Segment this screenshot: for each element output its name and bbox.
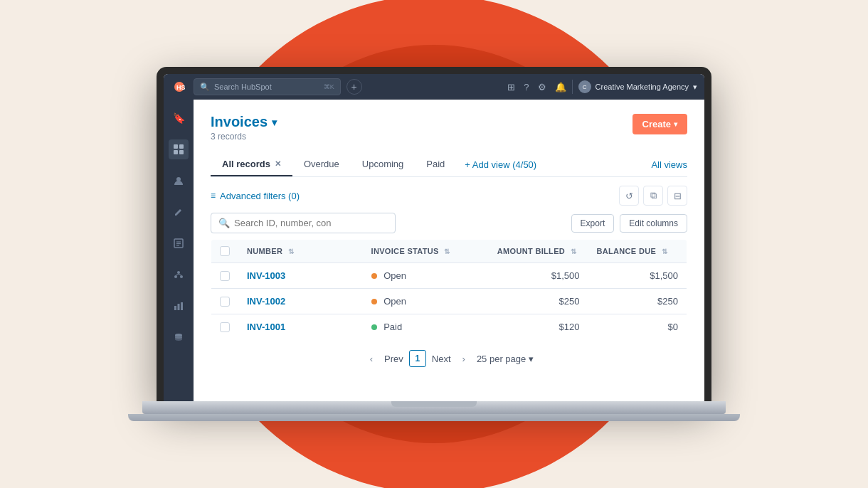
th-balance-due[interactable]: BALANCE DUE ⇅	[588, 240, 687, 263]
next-button[interactable]: ›	[457, 351, 471, 367]
account-chevron-icon: ▾	[693, 83, 697, 92]
undo-button[interactable]: ↺	[619, 186, 639, 206]
tab-close-icon[interactable]: ✕	[275, 159, 281, 169]
th-invoice-status[interactable]: INVOICE STATUS ⇅	[363, 240, 489, 263]
topbar-account[interactable]: C Creative Marketing Agency ▾	[578, 80, 697, 93]
topbar-icons: ⊞ ? ⚙ 🔔	[507, 82, 566, 92]
tab-all-views[interactable]: All views	[651, 154, 687, 176]
page-title-area: Invoices ▾ 3 records	[211, 114, 277, 142]
sort-number-icon: ⇅	[288, 248, 294, 255]
svg-rect-16	[174, 306, 176, 310]
row-checkbox[interactable]	[220, 297, 230, 307]
row-invoice-number: INV-1002	[238, 289, 363, 314]
invoice-link[interactable]: INV-1002	[247, 296, 285, 307]
page-number[interactable]: 1	[409, 350, 426, 367]
help-icon[interactable]: ?	[524, 82, 529, 92]
sidebar-item-connections[interactable]	[169, 265, 189, 285]
tab-paid[interactable]: Paid	[415, 153, 456, 176]
row-amount-billed: $1,500	[489, 263, 588, 289]
copy-button[interactable]: ⧉	[643, 186, 663, 206]
status-text: Open	[383, 270, 406, 281]
row-checkbox-cell	[211, 263, 239, 289]
th-checkbox	[211, 240, 239, 263]
table-row: INV-1002 Open $250 $250	[211, 289, 687, 314]
topbar-divider	[572, 80, 573, 94]
svg-rect-4	[174, 150, 178, 154]
row-invoice-status: Paid	[363, 314, 489, 340]
prev-label[interactable]: Prev	[384, 354, 403, 364]
sort-status-icon: ⇅	[444, 248, 450, 255]
prev-button[interactable]: ‹	[364, 351, 379, 367]
sidebar-item-bookmark[interactable]: 🔖	[169, 108, 189, 128]
settings-icon[interactable]: ⚙	[538, 82, 546, 92]
table-header-row: NUMBER ⇅ INVOICE STATUS ⇅ AMOUNT BILLED …	[211, 240, 687, 263]
status-dot-icon	[371, 273, 377, 279]
advanced-filters[interactable]: ≡ Advanced filters (0)	[211, 191, 300, 201]
layout-button[interactable]: ⊟	[667, 186, 687, 206]
sidebar-item-report[interactable]	[169, 233, 189, 253]
sidebar-item-grid[interactable]	[169, 139, 189, 159]
laptop-screen: HS 🔍 Search HubSpot ⌘K + ⊞ ? ⚙ 🔔	[164, 74, 704, 401]
row-checkbox[interactable]	[220, 322, 230, 332]
row-invoice-number: INV-1001	[238, 314, 363, 340]
row-balance-due: $1,500	[588, 263, 687, 289]
status-dot-icon	[371, 324, 377, 330]
tab-overdue[interactable]: Overdue	[292, 153, 351, 176]
svg-line-14	[176, 274, 179, 275]
laptop-base	[142, 401, 726, 414]
page-title: Invoices ▾	[211, 114, 277, 130]
sidebar-item-database[interactable]	[169, 327, 189, 347]
topbar-plus-button[interactable]: +	[346, 79, 362, 95]
main-content: Invoices ▾ 3 records Create ▾	[194, 100, 704, 401]
hubspot-logo: HS	[171, 78, 188, 95]
th-number[interactable]: NUMBER ⇅	[238, 240, 363, 263]
edit-columns-button[interactable]: Edit columns	[620, 214, 687, 233]
search-bar[interactable]: 🔍	[211, 213, 396, 233]
svg-rect-5	[179, 150, 184, 154]
row-amount-billed: $250	[489, 289, 588, 314]
row-checkbox[interactable]	[220, 271, 230, 281]
sidebar-item-pencil[interactable]	[169, 202, 189, 222]
status-text: Open	[383, 296, 406, 307]
search-input[interactable]	[234, 218, 388, 228]
select-all-checkbox[interactable]	[220, 246, 230, 256]
next-label[interactable]: Next	[432, 354, 451, 364]
svg-rect-18	[181, 302, 183, 310]
svg-point-11	[177, 271, 180, 274]
sidebar-item-chart[interactable]	[169, 296, 189, 316]
row-invoice-number: INV-1003	[238, 263, 363, 289]
topbar: HS 🔍 Search HubSpot ⌘K + ⊞ ? ⚙ 🔔	[164, 74, 704, 100]
invoice-link[interactable]: INV-1003	[247, 270, 285, 281]
tab-all-records[interactable]: All records ✕	[211, 153, 292, 176]
invoice-link[interactable]: INV-1001	[247, 322, 285, 332]
svg-point-13	[180, 275, 183, 278]
sort-amount-icon: ⇅	[571, 248, 576, 255]
pagination: ‹ Prev 1 Next › 25 per page ▾	[211, 340, 687, 370]
invoices-table: NUMBER ⇅ INVOICE STATUS ⇅ AMOUNT BILLED …	[211, 239, 687, 340]
per-page-selector[interactable]: 25 per page ▾	[477, 354, 534, 364]
svg-line-15	[179, 274, 181, 275]
bell-icon[interactable]: 🔔	[555, 82, 566, 92]
laptop-wrapper: HS 🔍 Search HubSpot ⌘K + ⊞ ? ⚙ 🔔	[157, 67, 711, 421]
filter-icon: ≡	[211, 191, 216, 201]
laptop-notch	[391, 401, 477, 407]
export-button[interactable]: Export	[571, 214, 615, 233]
toolbar: ≡ Advanced filters (0) ↺ ⧉ ⊟	[211, 186, 687, 206]
main-layout: 🔖	[164, 100, 704, 401]
laptop-bottom	[128, 414, 740, 421]
tab-upcoming[interactable]: Upcoming	[351, 153, 416, 176]
tab-add-view[interactable]: + Add view (4/50)	[456, 154, 545, 176]
grid-icon[interactable]: ⊞	[507, 82, 515, 92]
th-amount-billed[interactable]: AMOUNT BILLED ⇅	[489, 240, 588, 263]
svg-text:HS: HS	[176, 84, 185, 91]
create-button[interactable]: Create ▾	[633, 114, 687, 134]
topbar-search-box[interactable]: 🔍 Search HubSpot ⌘K	[194, 78, 341, 95]
status-dot-icon	[371, 299, 377, 304]
table-controls: 🔍 Export Edit columns	[211, 213, 687, 233]
per-page-chevron-icon: ▾	[529, 354, 534, 364]
toolbar-actions: ↺ ⧉ ⊟	[619, 186, 687, 206]
sidebar-item-contact[interactable]	[169, 171, 189, 191]
page-title-chevron-icon[interactable]: ▾	[272, 117, 277, 128]
row-checkbox-cell	[211, 314, 239, 340]
status-text: Paid	[383, 322, 402, 332]
